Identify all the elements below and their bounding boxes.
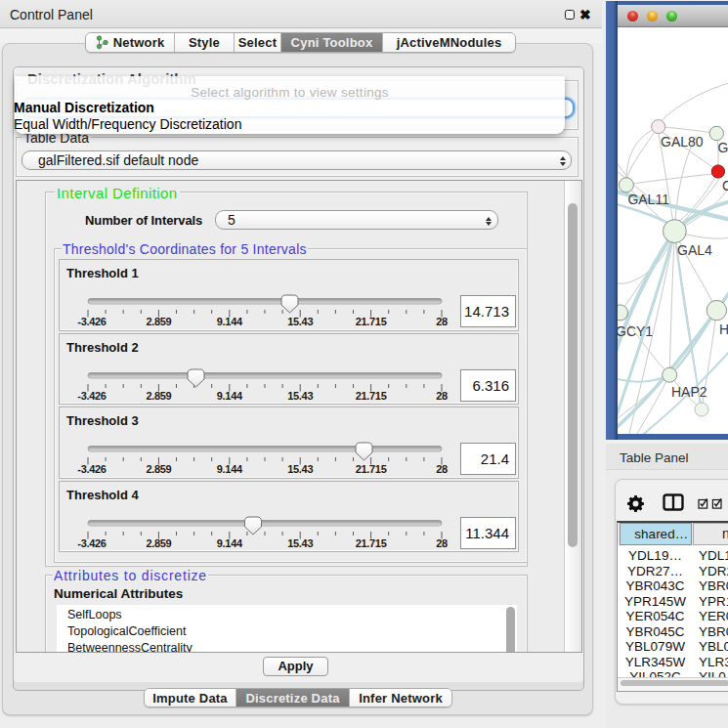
svg-text:2.859: 2.859 [146, 316, 171, 327]
svg-text:21.715: 21.715 [356, 537, 387, 549]
svg-text:21.715: 21.715 [356, 316, 387, 327]
svg-text:2.859: 2.859 [146, 537, 171, 549]
svg-text:-3.426: -3.426 [77, 537, 107, 549]
svg-text:28: 28 [436, 316, 448, 327]
svg-text:9.144: 9.144 [217, 537, 243, 549]
svg-text:9.144: 9.144 [217, 390, 243, 402]
svg-text:28: 28 [436, 463, 448, 475]
svg-text:28: 28 [436, 537, 448, 549]
svg-text:GAL11: GAL11 [627, 192, 669, 207]
svg-text:2.859: 2.859 [146, 390, 171, 402]
svg-text:-3.426: -3.426 [77, 390, 107, 402]
svg-text:-3.426: -3.426 [77, 316, 107, 327]
svg-text:15.43: 15.43 [287, 316, 313, 327]
svg-text:GCY1: GCY1 [618, 323, 653, 339]
svg-text:GA: GA [718, 140, 728, 155]
svg-text:21.715: 21.715 [356, 390, 387, 402]
svg-text:9.144: 9.144 [217, 316, 243, 327]
svg-text:HAP2: HAP2 [671, 384, 707, 400]
svg-text:GAL4: GAL4 [677, 242, 712, 258]
svg-text:C: C [722, 178, 728, 193]
svg-text:2.859: 2.859 [146, 463, 171, 475]
svg-text:21.715: 21.715 [356, 463, 387, 475]
svg-text:H: H [719, 321, 728, 337]
svg-text:15.43: 15.43 [287, 463, 313, 475]
svg-text:GAL80: GAL80 [661, 134, 704, 150]
svg-text:-3.426: -3.426 [77, 463, 107, 475]
svg-text:9.144: 9.144 [217, 463, 243, 475]
svg-text:15.43: 15.43 [287, 537, 313, 549]
svg-text:28: 28 [436, 390, 448, 402]
svg-text:15.43: 15.43 [287, 390, 313, 402]
